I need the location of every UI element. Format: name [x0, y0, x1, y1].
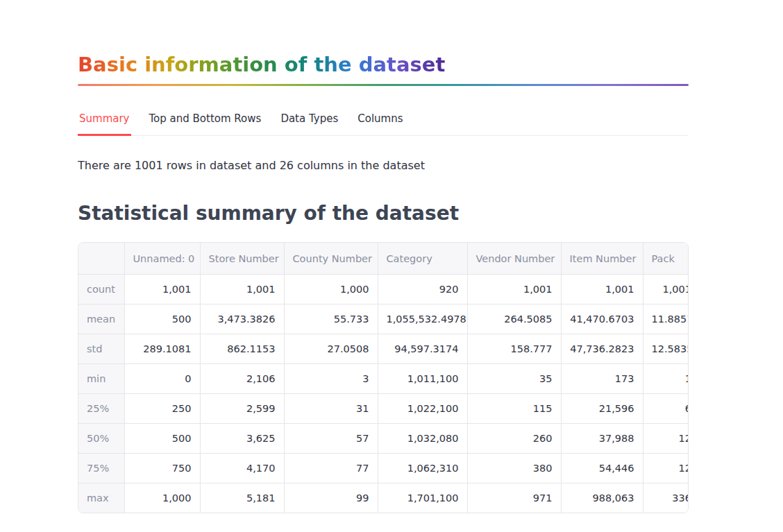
table-cell: 1,001 [200, 274, 284, 304]
row-label: std [78, 334, 124, 363]
table-cell: 4,170 [200, 453, 284, 483]
table-cell: 21,596 [561, 393, 643, 423]
app-page: Basic information of the dataset Summary… [78, 0, 689, 513]
table-cell: 1,000 [124, 483, 200, 513]
stats-table: Unnamed: 0Store NumberCounty NumberCateg… [78, 243, 689, 513]
table-cell: 3,625 [200, 423, 284, 453]
tab-summary[interactable]: Summary [78, 110, 131, 136]
table-row: min02,10631,011,100351731 [78, 363, 689, 393]
table-cell: 500 [124, 304, 200, 334]
table-cell: 250 [124, 393, 200, 423]
table-cell: 12.5835 [643, 334, 689, 363]
table-cell: 99 [284, 483, 378, 513]
table-cell: 2,599 [200, 393, 284, 423]
table-cell: 971 [467, 483, 561, 513]
table-cell: 5,181 [200, 483, 284, 513]
tab-columns[interactable]: Columns [356, 110, 404, 136]
table-row: mean5003,473.382655.7331,055,532.4978264… [78, 304, 689, 334]
table-cell: 173 [561, 363, 643, 393]
table-row: max1,0005,181991,701,100971988,063336 [78, 483, 689, 513]
column-header: Store Number [200, 243, 284, 274]
tab-list: SummaryTop and Bottom RowsData TypesColu… [78, 110, 689, 135]
table-cell: 260 [467, 423, 561, 453]
table-header-row: Unnamed: 0Store NumberCounty NumberCateg… [78, 243, 689, 274]
table-cell: 27.0508 [284, 334, 378, 363]
stats-table-container[interactable]: Unnamed: 0Store NumberCounty NumberCateg… [78, 242, 689, 513]
row-label: 50% [78, 423, 124, 453]
table-cell: 77 [284, 453, 378, 483]
column-header [78, 243, 124, 274]
table-cell: 11.8851 [643, 304, 689, 334]
table-row: 25%2502,599311,022,10011521,5966 [78, 393, 689, 423]
table-cell: 380 [467, 453, 561, 483]
table-cell: 862.1153 [200, 334, 284, 363]
table-cell: 3 [284, 363, 378, 393]
table-cell: 1,001 [643, 274, 689, 304]
row-label: mean [78, 304, 124, 334]
table-cell: 115 [467, 393, 561, 423]
table-cell: 289.1081 [124, 334, 200, 363]
row-label: max [78, 483, 124, 513]
column-header: County Number [284, 243, 378, 274]
row-label: 25% [78, 393, 124, 423]
table-cell: 3,473.3826 [200, 304, 284, 334]
page-title: Basic information of the dataset [78, 53, 445, 77]
row-label: min [78, 363, 124, 393]
section-title: Statistical summary of the dataset [78, 202, 689, 225]
column-header: Unnamed: 0 [124, 243, 200, 274]
table-cell: 1 [643, 363, 689, 393]
table-cell: 41,470.6703 [561, 304, 643, 334]
table-cell: 54,446 [561, 453, 643, 483]
row-label: count [78, 274, 124, 304]
table-cell: 1,000 [284, 274, 378, 304]
tab-data-types[interactable]: Data Types [279, 110, 339, 136]
table-cell: 1,011,100 [378, 363, 467, 393]
table-row: 50%5003,625571,032,08026037,98812 [78, 423, 689, 453]
column-header: Category [378, 243, 467, 274]
table-cell: 158.777 [467, 334, 561, 363]
table-cell: 1,062,310 [378, 453, 467, 483]
row-label: 75% [78, 453, 124, 483]
table-cell: 500 [124, 423, 200, 453]
dataset-summary-text: There are 1001 rows in dataset and 26 co… [78, 157, 689, 174]
table-cell: 336 [643, 483, 689, 513]
table-cell: 57 [284, 423, 378, 453]
rainbow-divider [78, 84, 689, 86]
table-cell: 920 [378, 274, 467, 304]
table-cell: 1,001 [467, 274, 561, 304]
table-cell: 6 [643, 393, 689, 423]
column-header: Item Number [561, 243, 643, 274]
table-cell: 750 [124, 453, 200, 483]
table-cell: 35 [467, 363, 561, 393]
table-cell: 988,063 [561, 483, 643, 513]
table-cell: 1,055,532.4978 [378, 304, 467, 334]
table-cell: 1,001 [124, 274, 200, 304]
table-cell: 94,597.3174 [378, 334, 467, 363]
table-cell: 1,032,080 [378, 423, 467, 453]
table-cell: 12 [643, 453, 689, 483]
table-cell: 31 [284, 393, 378, 423]
table-cell: 37,988 [561, 423, 643, 453]
table-cell: 1,701,100 [378, 483, 467, 513]
column-header: Vendor Number [467, 243, 561, 274]
table-cell: 0 [124, 363, 200, 393]
table-cell: 12 [643, 423, 689, 453]
table-cell: 1,001 [561, 274, 643, 304]
tab-bar: SummaryTop and Bottom RowsData TypesColu… [78, 110, 689, 136]
table-row: std289.1081862.115327.050894,597.3174158… [78, 334, 689, 363]
table-row: count1,0011,0011,0009201,0011,0011,001 [78, 274, 689, 304]
column-header: Pack [643, 243, 689, 274]
table-cell: 1,022,100 [378, 393, 467, 423]
table-cell: 55.733 [284, 304, 378, 334]
tab-top-and-bottom-rows[interactable]: Top and Bottom Rows [148, 110, 263, 136]
table-row: 75%7504,170771,062,31038054,44612 [78, 453, 689, 483]
table-cell: 47,736.2823 [561, 334, 643, 363]
table-cell: 264.5085 [467, 304, 561, 334]
table-cell: 2,106 [200, 363, 284, 393]
